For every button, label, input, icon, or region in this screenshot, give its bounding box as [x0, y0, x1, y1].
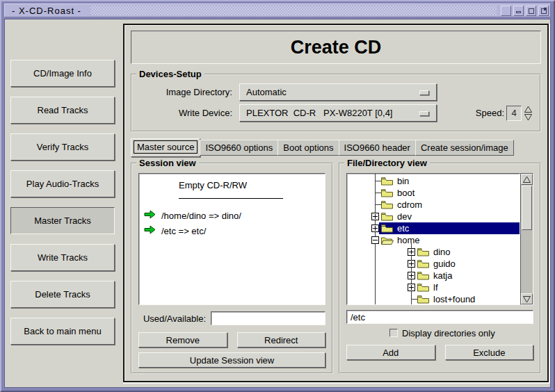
tab-label: ISO9660 options: [205, 142, 273, 153]
session-list[interactable]: Empty CD-R/RW /home/dino => dino//etc =>…: [138, 173, 325, 305]
add-button[interactable]: Add: [346, 345, 435, 360]
sidebar-item-play-audio-tracks[interactable]: Play Audio-Tracks: [10, 170, 115, 197]
speed-group: Speed: 4: [476, 106, 534, 121]
app-window: - X-CD-Roast - CD/Image InfoRead TracksV…: [0, 0, 555, 392]
tree-item-etc[interactable]: etc: [347, 222, 520, 234]
window-content: CD/Image InfoRead TracksVerify TracksPla…: [4, 19, 551, 388]
tab-boot-options[interactable]: Boot options: [278, 140, 339, 156]
image-directory-value: Automatic: [246, 87, 287, 97]
session-list-header: Empty CD-R/RW: [179, 180, 325, 190]
image-directory-row: Image Directory: Automatic: [135, 83, 534, 101]
session-view-legend: Session view: [136, 158, 199, 169]
path-field[interactable]: /etc: [346, 310, 533, 324]
sidebar-item-label: Play Audio-Tracks: [26, 179, 99, 189]
used-available-field[interactable]: [211, 311, 325, 325]
scroll-up-button[interactable]: [521, 174, 533, 185]
sidebar-item-write-tracks[interactable]: Write Tracks: [10, 244, 115, 271]
tree-item-label: lf: [433, 282, 438, 293]
sidebar-item-label: Back to main menu: [24, 326, 101, 336]
expand-plus-icon[interactable]: [408, 272, 415, 279]
exclude-button[interactable]: Exclude: [445, 345, 534, 360]
session-entry[interactable]: /etc => etc/: [139, 223, 325, 238]
spin-down-icon[interactable]: [524, 113, 533, 121]
green-arrow-right-icon: [144, 210, 156, 221]
spin-up-icon[interactable]: [524, 106, 533, 113]
session-view-group: Session view Empty CD-R/RW /home/dino =>…: [131, 163, 333, 374]
sidebar-item-master-tracks[interactable]: Master Tracks: [10, 207, 115, 234]
sidebar-item-label: Verify Tracks: [37, 142, 88, 152]
tree-item-bin[interactable]: bin: [347, 175, 520, 187]
expand-plus-icon[interactable]: [371, 213, 379, 220]
devices-setup-group: Devices-Setup Image Directory: Automatic…: [131, 74, 541, 132]
update-session-view-button[interactable]: Update Session view: [138, 352, 325, 368]
expand-plus-icon[interactable]: [408, 284, 415, 291]
tab-iso9660-header[interactable]: ISO9660 header: [339, 140, 416, 156]
window-title: - X-CD-Roast -: [5, 6, 88, 16]
tree-item-label: guido: [433, 259, 456, 269]
tree-scrollbar[interactable]: [520, 173, 533, 305]
expand-plus-icon[interactable]: [371, 224, 379, 232]
main-panel: Create CD Devices-Setup Image Directory:…: [123, 24, 549, 382]
open-folder-icon: [380, 236, 394, 245]
write-device-value: PLEXTOR CD-R PX-W8220T [0,4]: [246, 108, 392, 118]
tree-item-dino[interactable]: dino: [347, 246, 520, 258]
tree-item-lost-found[interactable]: lost+found: [347, 293, 520, 305]
display-directories-checkbox[interactable]: [389, 329, 398, 337]
tree-item-label: dev: [397, 211, 412, 222]
image-directory-dropdown[interactable]: Automatic: [239, 83, 437, 101]
redirect-button[interactable]: Redirect: [237, 332, 326, 348]
expand-plus-icon[interactable]: [408, 260, 415, 268]
tree-item-dev[interactable]: dev: [347, 211, 520, 222]
sidebar-item-label: Write Tracks: [38, 252, 88, 263]
sidebar-item-label: Read Tracks: [38, 105, 88, 115]
tree-item-cdrom[interactable]: cdrom: [347, 199, 520, 211]
tree-item-katja[interactable]: katja: [347, 270, 520, 281]
tree-item-label: bin: [397, 176, 409, 186]
speed-value-field[interactable]: 4: [506, 106, 522, 121]
tab-master-source[interactable]: Master source: [131, 138, 200, 157]
sidebar-item-label: Master Tracks: [34, 215, 91, 226]
file-buttons-row: Add Exclude: [346, 345, 533, 360]
sidebar-item-label: CD/Image Info: [33, 68, 92, 79]
tree-item-label: cdrom: [397, 199, 422, 210]
tree-item-lf[interactable]: lf: [347, 281, 520, 293]
used-available-row: Used/Available:: [138, 311, 325, 325]
tree-item-label: boot: [397, 188, 415, 198]
write-device-dropdown[interactable]: PLEXTOR CD-R PX-W8220T [0,4]: [239, 104, 437, 122]
tab-create-session-image[interactable]: Create session/image: [415, 140, 514, 156]
tab-label: Boot options: [283, 142, 333, 153]
titlebar[interactable]: - X-CD-Roast -: [4, 3, 551, 17]
directory-tree[interactable]: binbootcdromdevetchomedinoguidokatjalflo…: [346, 173, 520, 305]
sidebar-item-cd-image-info[interactable]: CD/Image Info: [10, 60, 115, 87]
window-iconify-button[interactable]: [513, 6, 524, 16]
collapse-minus-icon[interactable]: [371, 236, 379, 244]
tree-item-boot[interactable]: boot: [347, 187, 520, 199]
window-blank-button[interactable]: [501, 6, 511, 16]
remove-button[interactable]: Remove: [138, 332, 227, 348]
sidebar-item-back-to-main-menu[interactable]: Back to main menu: [10, 318, 115, 345]
scrollbar-thumb[interactable]: [522, 186, 532, 230]
tab-iso9660-options[interactable]: ISO9660 options: [200, 140, 278, 156]
scroll-down-button[interactable]: [521, 293, 533, 304]
session-entries: /home/dino => dino//etc => etc/: [139, 208, 325, 238]
green-arrow-right-icon: [144, 225, 156, 236]
tree-item-guido[interactable]: guido: [347, 258, 520, 270]
option-menu-indicator-icon: [419, 111, 429, 116]
folder-icon: [417, 295, 430, 304]
sidebar-item-delete-tracks[interactable]: Delete Tracks: [10, 281, 115, 308]
sidebar-item-read-tracks[interactable]: Read Tracks: [10, 97, 115, 124]
tree-item-home[interactable]: home: [347, 234, 520, 246]
sidebar-item-verify-tracks[interactable]: Verify Tracks: [10, 133, 115, 161]
window-zoom-button[interactable]: [538, 6, 549, 16]
window-maximize-button[interactable]: [526, 6, 536, 16]
folder-icon: [380, 224, 394, 233]
tree-item-label: katja: [433, 270, 452, 281]
session-entry[interactable]: /home/dino => dino/: [139, 208, 325, 223]
scrollbar-track[interactable]: [521, 185, 533, 293]
expand-plus-icon[interactable]: [408, 248, 415, 256]
green-arrow-right-icon: [144, 210, 156, 219]
image-directory-label: Image Directory:: [135, 87, 239, 97]
titlebar-pattern[interactable]: [90, 6, 497, 15]
write-device-row: Write Device: PLEXTOR CD-R PX-W8220T [0,…: [135, 104, 534, 122]
green-arrow-right-icon: [144, 225, 156, 234]
